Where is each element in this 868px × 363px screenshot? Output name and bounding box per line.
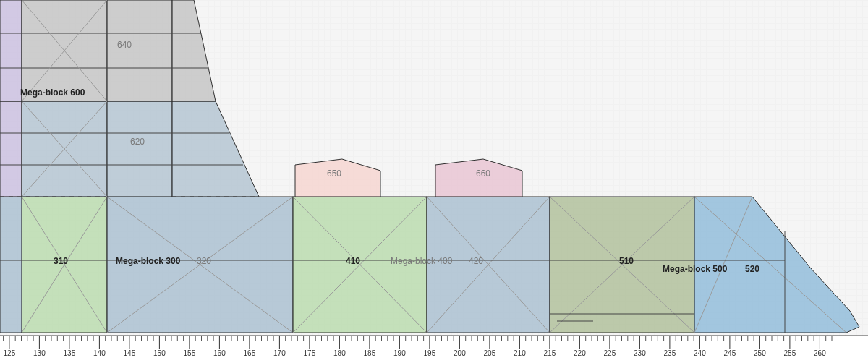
ruler-num: 245 bbox=[724, 349, 736, 357]
ruler-num: 220 bbox=[574, 349, 586, 357]
ruler-num: 140 bbox=[93, 349, 106, 357]
ruler-num: 150 bbox=[153, 349, 166, 357]
ruler-num: 215 bbox=[544, 349, 556, 357]
ruler-num: 165 bbox=[244, 349, 256, 357]
label-310: 310 bbox=[54, 256, 68, 266]
ruler-num: 160 bbox=[213, 349, 226, 357]
label-mb500: Mega-block 500 bbox=[663, 264, 728, 274]
ruler-num: 155 bbox=[184, 349, 196, 357]
block-600-edge[interactable] bbox=[0, 101, 22, 197]
ruler-num: 170 bbox=[273, 349, 286, 357]
label-660: 660 bbox=[476, 168, 490, 179]
ruler-num: 190 bbox=[393, 349, 406, 357]
ruler-num: 175 bbox=[304, 349, 316, 357]
label-mb400: Mega-block 400 bbox=[391, 256, 453, 266]
ruler-num: 210 bbox=[514, 349, 526, 357]
block-640-b[interactable] bbox=[172, 0, 216, 101]
ruler-num: 200 bbox=[454, 349, 466, 357]
label-640: 640 bbox=[117, 40, 132, 50]
label-410: 410 bbox=[346, 256, 360, 266]
ruler-num: 195 bbox=[424, 349, 436, 357]
label-620: 620 bbox=[130, 137, 145, 147]
ruler-num: 145 bbox=[124, 349, 136, 357]
ruler-num: 135 bbox=[64, 349, 76, 357]
ruler-num: 250 bbox=[754, 349, 766, 357]
ruler-num: 240 bbox=[694, 349, 706, 357]
block-640-edge[interactable] bbox=[0, 0, 22, 101]
label-650: 650 bbox=[327, 168, 341, 179]
label-420: 420 bbox=[469, 256, 483, 266]
ruler-num: 230 bbox=[634, 349, 646, 357]
ruler-num: 180 bbox=[333, 349, 346, 357]
label-320: 320 bbox=[197, 256, 211, 266]
ruler-num: 185 bbox=[364, 349, 376, 357]
ruler-num: 255 bbox=[784, 349, 796, 357]
block-left-sliver[interactable] bbox=[0, 197, 22, 333]
ruler-num: 125 bbox=[4, 349, 16, 357]
label-520: 520 bbox=[745, 264, 760, 274]
label-mb600: Mega-block 600 bbox=[20, 87, 85, 98]
block-620[interactable] bbox=[107, 101, 172, 197]
block-600-b[interactable] bbox=[172, 101, 259, 197]
block-640[interactable] bbox=[107, 0, 172, 101]
ruler-num: 235 bbox=[664, 349, 676, 357]
ruler-num: 130 bbox=[33, 349, 46, 357]
label-510: 510 bbox=[619, 256, 634, 266]
ruler-num: 260 bbox=[814, 349, 826, 357]
ruler-num: 205 bbox=[484, 349, 496, 357]
ruler-num: 225 bbox=[604, 349, 616, 357]
hull-block-diagram: 310320410420510520620640650660Mega-block… bbox=[0, 0, 868, 363]
label-mb300: Mega-block 300 bbox=[116, 256, 181, 266]
